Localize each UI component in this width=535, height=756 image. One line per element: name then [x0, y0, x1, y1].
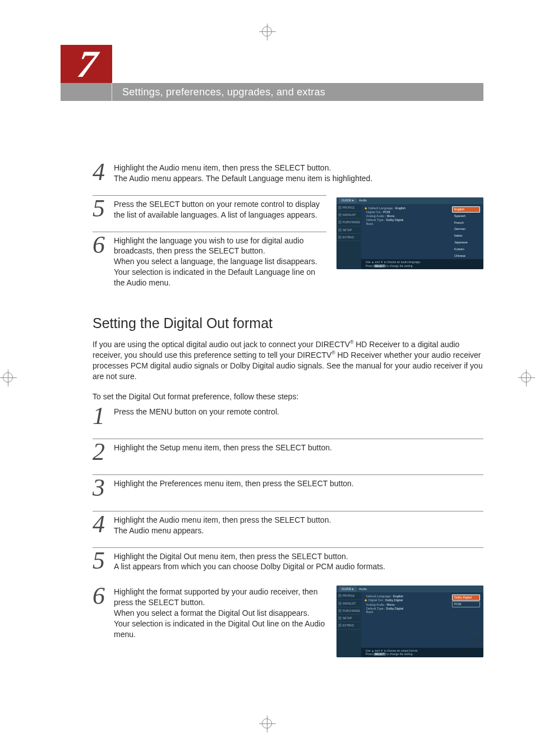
crop-mark-top: [259, 24, 276, 40]
step-text: Highlight the Audio menu item, then pres…: [114, 515, 483, 536]
step-number: 6: [93, 586, 109, 638]
step-text: Highlight the Setup menu item, then pres…: [114, 442, 483, 463]
crop-mark-left: [0, 370, 17, 386]
step-text: Highlight the language you wish to use f…: [114, 236, 326, 288]
title-divider: [61, 83, 112, 101]
scr-option: German: [452, 226, 480, 232]
step-number: 3: [93, 477, 109, 498]
scr-setting-line: Default Type : Dolby Digital: [365, 218, 448, 222]
scr-side-item: PROFILE: [336, 592, 361, 600]
chapter-title: Settings, preferences, upgrades, and ext…: [112, 86, 325, 98]
scr-setting-line: Back: [365, 222, 448, 226]
scr-side-item: PROFILE: [336, 204, 361, 211]
scr-option: PCM: [452, 601, 480, 607]
step-text: Highlight the Preferences menu item, the…: [114, 478, 483, 499]
chapter-number: 7: [75, 45, 100, 83]
scr-side-item: EXTRAS: [336, 622, 361, 629]
step-number: 1: [93, 405, 109, 426]
scr-option: Italian: [452, 233, 480, 239]
scr-hint: Use ▲ and ▼ to choose an output format.P…: [361, 648, 483, 657]
scr-option: French: [452, 220, 480, 226]
step-item: 5 Highlight the Digital Out menu item, t…: [93, 547, 483, 584]
scr-setting-line: Digital Out : PCM: [365, 210, 448, 214]
scr-setting-line: ◆Digital Out : Dolby Digital: [365, 598, 448, 603]
scr-option: English: [452, 206, 480, 213]
step-text: Highlight the Digital Out menu item, the…: [114, 551, 483, 573]
step-item: 2 Highlight the Setup menu item, then pr…: [93, 439, 483, 474]
scr-hint: Use ▲ and ▼ to choose an audio language.…: [361, 259, 483, 269]
step-number: 5: [93, 550, 109, 571]
crop-mark-right: [518, 370, 535, 386]
scr-tab: GUIDE ▸: [339, 198, 357, 203]
scr-side-item: SETUP: [336, 227, 361, 234]
scr-setting-line: ◆Default Language : English: [365, 206, 448, 211]
scr-side-item: PURCHASES: [336, 219, 361, 226]
step-item: 4 Highlight the Audio menu item, then pr…: [93, 159, 483, 195]
chapter-number-block: 7: [61, 45, 112, 83]
step-item: 1 Press the MENU button on your remote c…: [93, 403, 483, 439]
step-number: 4: [93, 162, 109, 183]
scr-setting-line: Analog Audio : Mono: [365, 214, 448, 218]
scr-option: Dolby Digital: [452, 594, 480, 601]
scr-side-item: PURCHASES: [336, 607, 361, 615]
scr-option: Korean: [452, 246, 480, 252]
scr-option: Chinese: [452, 253, 480, 259]
screenshot-digital-out: GUIDE ▸AudioPROFILEWISHLISTPURCHASESSETU…: [336, 586, 483, 657]
scr-setting-line: Default Language : English: [365, 594, 448, 598]
scr-side-item: SETUP: [336, 615, 361, 622]
chapter-title-band: Settings, preferences, upgrades, and ext…: [61, 83, 483, 101]
step-number: 5: [93, 198, 109, 219]
screenshot-audio-language: GUIDE ▸AudioPROFILEWISHLISTPURCHASESSETU…: [336, 197, 483, 269]
step-text: Press the MENU button on your remote con…: [114, 407, 483, 427]
scr-breadcrumb: Audio: [359, 199, 367, 202]
scr-side-item: EXTRAS: [336, 234, 361, 241]
scr-setting-line: Default Type : Dolby Digital: [365, 607, 448, 611]
crop-mark-bottom: [259, 716, 276, 732]
step-text: Highlight the Audio menu item, then pres…: [114, 163, 483, 184]
scr-side-item: WISHLIST: [336, 211, 361, 219]
step-item: 6 Highlight the format supported by your…: [93, 583, 326, 651]
step-item: 4 Highlight the Audio menu item, then pr…: [93, 511, 483, 547]
scr-side-item: WISHLIST: [336, 600, 361, 607]
scr-option: Spanish: [452, 213, 480, 219]
section-heading: Setting the Digital Out format: [93, 315, 483, 331]
scr-option: Japanese: [452, 239, 480, 246]
step-item: 6 Highlight the language you wish to use…: [93, 232, 326, 299]
step-item: 5 Press the SELECT button on your remote…: [93, 195, 326, 232]
section-lead: To set the Digital Out format preference…: [93, 392, 483, 401]
scr-setting-line: Back: [365, 610, 448, 614]
scr-tab: GUIDE ▸: [339, 587, 357, 592]
step-number: 6: [93, 234, 109, 287]
step-text: Press the SELECT button on your remote c…: [114, 199, 326, 220]
scr-breadcrumb: Audio: [359, 587, 367, 591]
section-paragraph: If you are using the optical digital aud…: [93, 339, 483, 382]
step-number: 2: [93, 441, 109, 462]
step-item: 3 Highlight the Preferences menu item, t…: [93, 474, 483, 510]
scr-setting-line: Analog Audio : Mono: [365, 603, 448, 607]
step-text: Highlight the format supported by your a…: [114, 587, 326, 639]
page-content: 4 Highlight the Audio menu item, then pr…: [93, 159, 483, 657]
step-number: 4: [93, 514, 109, 535]
page-number: 93: [476, 635, 483, 644]
